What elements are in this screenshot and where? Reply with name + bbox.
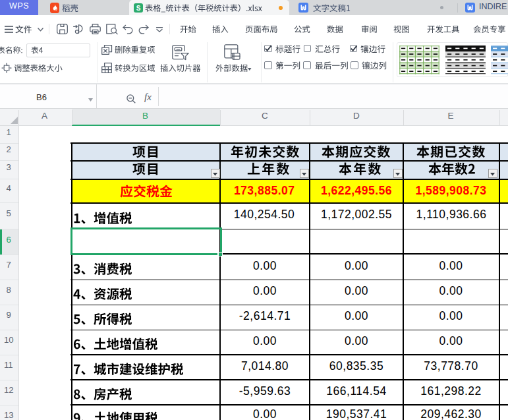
svg-text:S: S	[136, 4, 141, 11]
